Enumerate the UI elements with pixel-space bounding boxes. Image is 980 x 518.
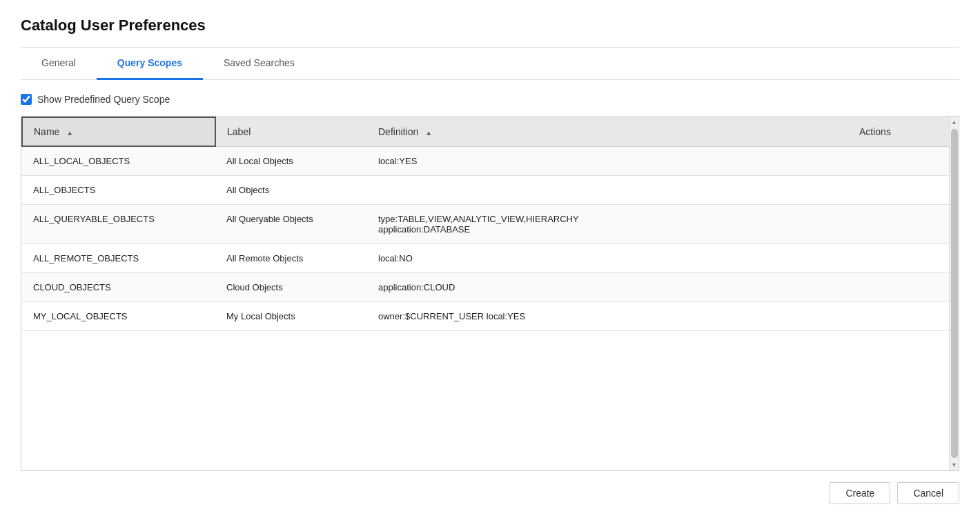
cell-label: All Objects — [215, 176, 367, 205]
create-button[interactable]: Create — [830, 482, 890, 504]
cell-label: All Remote Objects — [215, 244, 367, 273]
tab-saved-searches[interactable]: Saved Searches — [203, 48, 315, 80]
scroll-up-arrow[interactable]: ▲ — [950, 117, 959, 128]
cell-actions — [848, 205, 959, 244]
col-header-name[interactable]: Name ▲ — [22, 117, 215, 146]
col-actions-label: Actions — [859, 126, 891, 137]
table-wrapper: Name ▲ Label Definition ▲ Actions — [21, 116, 959, 471]
col-label-label: Label — [227, 126, 251, 137]
table-row: MY_LOCAL_OBJECTS My Local Objects owner:… — [22, 302, 959, 331]
table-row: CLOUD_OBJECTS Cloud Objects application:… — [22, 273, 959, 302]
page-title: Catalog User Preferences — [21, 17, 959, 34]
cell-definition — [367, 176, 848, 205]
footer-row: Create Cancel — [21, 471, 959, 504]
cell-actions — [848, 176, 959, 205]
table-row: ALL_QUERYABLE_OBJECTS All Queryable Obje… — [22, 205, 959, 244]
table-row: ALL_REMOTE_OBJECTS All Remote Objects lo… — [22, 244, 959, 273]
cell-definition: application:CLOUD — [367, 273, 848, 302]
cancel-button[interactable]: Cancel — [897, 482, 959, 504]
col-header-actions: Actions — [848, 117, 959, 146]
col-definition-label: Definition — [378, 126, 418, 137]
cell-label: All Local Objects — [215, 146, 367, 176]
cell-label: All Queryable Objects — [215, 205, 367, 244]
cell-actions — [848, 273, 959, 302]
cell-name: CLOUD_OBJECTS — [22, 273, 215, 302]
table-body: ALL_LOCAL_OBJECTS All Local Objects loca… — [22, 146, 959, 331]
table-scroll[interactable]: Name ▲ Label Definition ▲ Actions — [21, 117, 959, 470]
table-header-row: Name ▲ Label Definition ▲ Actions — [22, 117, 959, 146]
page-container: Catalog User Preferences General Query S… — [0, 0, 980, 518]
show-predefined-row: Show Predefined Query Scope — [21, 94, 959, 105]
cell-name: ALL_QUERYABLE_OBJECTS — [22, 205, 215, 244]
show-predefined-label: Show Predefined Query Scope — [37, 94, 170, 105]
cell-actions — [848, 146, 959, 176]
cell-definition: local:YES — [367, 146, 848, 176]
cell-definition: local:NO — [367, 244, 848, 273]
cell-definition: owner:$CURRENT_USER local:YES — [367, 302, 848, 331]
cell-actions — [848, 244, 959, 273]
col-name-label: Name — [34, 126, 59, 137]
col-header-label[interactable]: Label — [215, 117, 367, 146]
query-scopes-table: Name ▲ Label Definition ▲ Actions — [21, 117, 959, 331]
cell-actions — [848, 302, 959, 331]
cell-name: MY_LOCAL_OBJECTS — [22, 302, 215, 331]
scrollbar-thumb[interactable] — [951, 129, 958, 458]
tab-general[interactable]: General — [21, 48, 97, 80]
cell-name: ALL_OBJECTS — [22, 176, 215, 205]
cell-name: ALL_REMOTE_OBJECTS — [22, 244, 215, 273]
scroll-down-arrow[interactable]: ▼ — [950, 459, 959, 470]
table-row: ALL_LOCAL_OBJECTS All Local Objects loca… — [22, 146, 959, 176]
cell-definition: type:TABLE,VIEW,ANALYTIC_VIEW,HIERARCHYa… — [367, 205, 848, 244]
tab-query-scopes[interactable]: Query Scopes — [97, 48, 203, 80]
cell-label: My Local Objects — [215, 302, 367, 331]
tab-bar: General Query Scopes Saved Searches — [21, 48, 959, 80]
scrollbar-track[interactable]: ▲ ▼ — [949, 117, 959, 470]
show-predefined-checkbox[interactable] — [21, 94, 32, 105]
table-row: ALL_OBJECTS All Objects — [22, 176, 959, 205]
definition-sort-icon: ▲ — [425, 129, 432, 137]
cell-name: ALL_LOCAL_OBJECTS — [22, 146, 215, 176]
cell-label: Cloud Objects — [215, 273, 367, 302]
col-header-definition[interactable]: Definition ▲ — [367, 117, 848, 146]
name-sort-icon: ▲ — [66, 129, 73, 137]
